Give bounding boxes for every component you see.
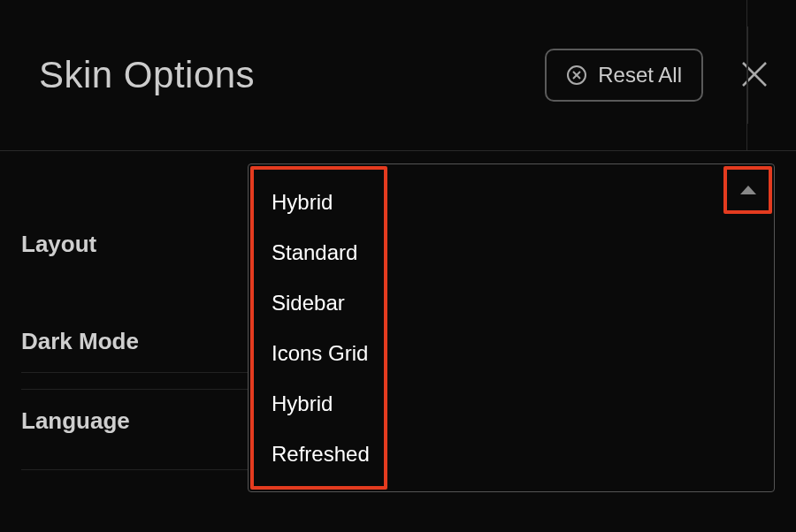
dark-mode-label: Dark Mode xyxy=(21,328,242,355)
dialog-content: Layout Dark Mode Language Hybrid Standar… xyxy=(0,151,796,470)
header-inner: Skin Options Reset All xyxy=(39,27,748,124)
reset-all-label: Reset All xyxy=(598,63,682,87)
dropdown-option-iconsgrid[interactable]: Icons Grid xyxy=(254,334,384,373)
language-label: Language xyxy=(21,407,242,435)
dropdown-list[interactable]: Hybrid Standard Sidebar Icons Grid Hybri… xyxy=(250,166,387,490)
dropdown-caret-button[interactable] xyxy=(723,166,772,214)
dropdown-option-hybrid[interactable]: Hybrid xyxy=(254,384,384,423)
reset-all-button[interactable]: Reset All xyxy=(545,49,703,102)
dialog-title: Skin Options xyxy=(39,54,255,96)
layout-dropdown[interactable]: Hybrid Standard Sidebar Icons Grid Hybri… xyxy=(248,163,775,492)
dropdown-option-selected[interactable]: Hybrid xyxy=(254,183,384,222)
dropdown-option-sidebar[interactable]: Sidebar xyxy=(254,284,384,323)
chevron-up-icon xyxy=(740,186,756,194)
dropdown-option-refreshed[interactable]: Refreshed xyxy=(254,435,384,474)
dialog-header: Skin Options Reset All xyxy=(0,0,796,151)
reset-icon xyxy=(566,65,587,86)
layout-label: Layout xyxy=(21,231,242,258)
dropdown-option-standard[interactable]: Standard xyxy=(254,233,384,272)
